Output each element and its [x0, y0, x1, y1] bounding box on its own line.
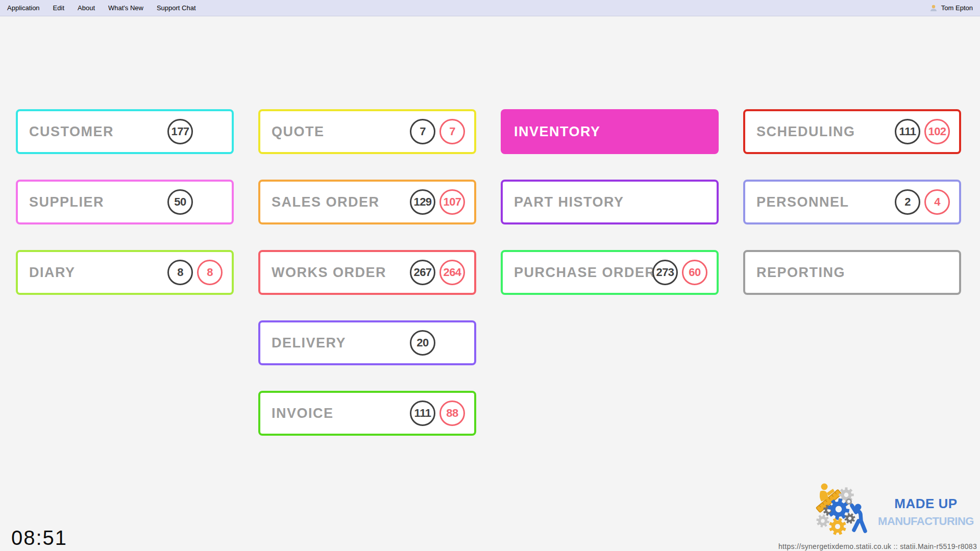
tile-reporting[interactable]: REPORTING — [743, 250, 961, 295]
tile-label: INVENTORY — [514, 124, 601, 140]
tile-label: INVOICE — [272, 406, 334, 421]
tile-label: CUSTOMER — [29, 124, 114, 140]
user-name: Tom Epton — [941, 4, 973, 12]
tile-badges: 24 — [895, 189, 950, 215]
logo-text: MADE UP MANUFACTURING — [876, 496, 976, 528]
tile-label: SALES ORDER — [272, 194, 380, 210]
count-badge-dark: 50 — [167, 189, 193, 215]
tile-badges — [652, 119, 707, 144]
tile-personnel[interactable]: PERSONNEL 24 — [743, 180, 961, 224]
tile-inventory[interactable]: INVENTORY — [501, 109, 719, 154]
count-badge-red: 102 — [924, 119, 950, 144]
tile-label: PERSONNEL — [756, 194, 849, 210]
tile-part-history[interactable]: PART HISTORY — [501, 180, 719, 224]
tile-purchase-order[interactable]: PURCHASE ORDER 27360 — [501, 250, 719, 295]
tile-badges: 11188 — [410, 400, 465, 426]
tile-badges: 88 — [167, 260, 223, 285]
menu-application[interactable]: Application — [7, 4, 40, 12]
count-badge-dark: 129 — [410, 189, 435, 215]
count-badge-red: 60 — [682, 260, 707, 285]
tile-badges: 177 — [167, 119, 223, 144]
tile-badges: 77 — [410, 119, 465, 144]
tile-label: REPORTING — [756, 265, 845, 281]
count-badge-dark: 273 — [652, 260, 678, 285]
tile-supplier[interactable]: SUPPLIER 50 — [16, 180, 234, 224]
tile-label: DELIVERY — [272, 335, 346, 351]
status-url: https://synergetixdemo.statii.co.uk :: s… — [778, 542, 977, 550]
tile-label: QUOTE — [272, 124, 325, 140]
tile-badges: 129107 — [410, 189, 465, 215]
tile-badges: 20 — [410, 330, 465, 356]
company-logo: MADE UP MANUFACTURING — [814, 481, 976, 543]
tile-label: PURCHASE ORDER — [514, 265, 656, 281]
count-badge-red: 8 — [197, 260, 223, 285]
tile-badges: 111102 — [895, 119, 950, 144]
tile-badges — [895, 260, 950, 285]
logo-line2: MANUFACTURING — [878, 515, 974, 528]
count-badge-red: 107 — [439, 189, 465, 215]
tile-label: SUPPLIER — [29, 194, 104, 210]
tile-quote[interactable]: QUOTE 77 — [258, 109, 476, 154]
tile-label: PART HISTORY — [514, 194, 624, 210]
logo-line1: MADE UP — [894, 496, 957, 512]
module-tile-grid: CUSTOMER 177 QUOTE 77 INVENTORY SCHEDULI… — [16, 109, 961, 436]
count-badge-dark: 177 — [167, 119, 193, 144]
tile-badges — [652, 189, 707, 215]
count-badge-dark: 2 — [895, 189, 920, 215]
tile-scheduling[interactable]: SCHEDULING 111102 — [743, 109, 961, 154]
menu-bar: Application Edit About What's New Suppor… — [0, 0, 980, 16]
count-badge-dark: 267 — [410, 260, 435, 285]
tile-label: WORKS ORDER — [272, 265, 386, 281]
tile-label: DIARY — [29, 265, 76, 281]
tile-works-order[interactable]: WORKS ORDER 267264 — [258, 250, 476, 295]
tile-badges: 27360 — [652, 260, 707, 285]
count-badge-dark: 20 — [410, 330, 435, 356]
gears-figure-icon — [814, 481, 874, 543]
tile-diary[interactable]: DIARY 88 — [16, 250, 234, 295]
menu-about[interactable]: About — [78, 4, 95, 12]
tile-label: SCHEDULING — [756, 124, 855, 140]
count-badge-red: 7 — [439, 119, 465, 144]
menu-support-chat[interactable]: Support Chat — [157, 4, 196, 12]
tile-customer[interactable]: CUSTOMER 177 — [16, 109, 234, 154]
clock: 08:51 — [11, 527, 67, 549]
tile-sales-order[interactable]: SALES ORDER 129107 — [258, 180, 476, 224]
tile-badges: 267264 — [410, 260, 465, 285]
count-badge-red: 88 — [439, 400, 465, 426]
count-badge-dark: 7 — [410, 119, 435, 144]
menu-items: Application Edit About What's New Suppor… — [7, 4, 196, 12]
tile-invoice[interactable]: INVOICE 11188 — [258, 391, 476, 436]
user-icon — [929, 4, 938, 12]
menu-whats-new[interactable]: What's New — [108, 4, 143, 12]
count-badge-dark: 111 — [895, 119, 920, 144]
tile-badges: 50 — [167, 189, 223, 215]
count-badge-dark: 111 — [410, 400, 435, 426]
count-badge-red: 264 — [439, 260, 465, 285]
count-badge-red: 4 — [924, 189, 950, 215]
tile-delivery[interactable]: DELIVERY 20 — [258, 320, 476, 365]
menu-edit[interactable]: Edit — [53, 4, 64, 12]
user-menu[interactable]: Tom Epton — [929, 4, 973, 12]
count-badge-dark: 8 — [167, 260, 193, 285]
